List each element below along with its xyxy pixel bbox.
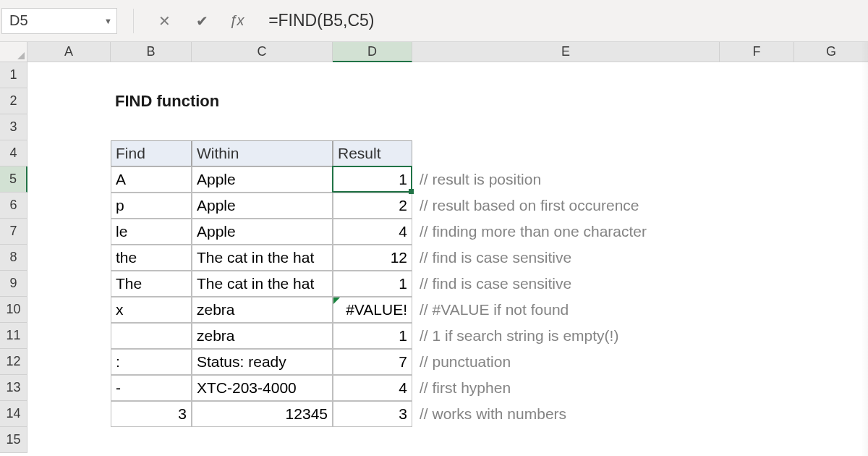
formula-bar: D5 ▼ ✕ ✔ ƒx bbox=[0, 0, 868, 42]
table-row[interactable]: 7 bbox=[333, 349, 412, 375]
table-row[interactable]: 4 bbox=[333, 219, 412, 245]
comment-text: // #VALUE if not found bbox=[415, 297, 723, 323]
cancel-formula-icon[interactable]: ✕ bbox=[154, 11, 174, 31]
column-header-E[interactable]: E bbox=[412, 42, 720, 62]
table-row[interactable]: 4 bbox=[333, 375, 412, 401]
row-header-6[interactable]: 6 bbox=[0, 193, 27, 219]
comment-text: // find is case sensitive bbox=[415, 271, 723, 297]
column-header-C[interactable]: C bbox=[192, 42, 333, 62]
comment-text: // first hyphen bbox=[415, 375, 723, 401]
column-header-A[interactable]: A bbox=[27, 42, 111, 62]
formula-controls: ✕ ✔ ƒx bbox=[130, 9, 244, 33]
row-header-9[interactable]: 9 bbox=[0, 271, 27, 297]
table-row[interactable]: XTC-203-4000 bbox=[192, 375, 333, 401]
name-box[interactable]: D5 ▼ bbox=[1, 8, 117, 34]
table-row[interactable]: The cat in the hat bbox=[192, 271, 333, 297]
table-row[interactable]: 12345 bbox=[192, 401, 333, 427]
table-row[interactable]: 12 bbox=[333, 245, 412, 271]
row-header-5[interactable]: 5 bbox=[0, 166, 27, 193]
comment-text: // finding more than one character bbox=[415, 219, 723, 245]
row-header-7[interactable]: 7 bbox=[0, 219, 27, 245]
column-headers: ABCDEFG bbox=[27, 42, 868, 62]
row-header-2[interactable]: 2 bbox=[0, 88, 27, 114]
table-row[interactable]: The cat in the hat bbox=[192, 245, 333, 271]
table-row[interactable]: : bbox=[111, 349, 192, 375]
chevron-down-icon[interactable]: ▼ bbox=[104, 17, 112, 25]
name-box-value: D5 bbox=[9, 12, 28, 29]
table-row[interactable]: 1 bbox=[333, 271, 412, 297]
row-header-3[interactable]: 3 bbox=[0, 114, 27, 140]
select-all-button[interactable] bbox=[0, 42, 27, 62]
table-row[interactable]: zebra bbox=[192, 323, 333, 349]
table-row[interactable]: p bbox=[111, 193, 192, 219]
column-header-B[interactable]: B bbox=[111, 42, 192, 62]
table-row[interactable]: 1 bbox=[333, 323, 412, 349]
accept-formula-icon[interactable]: ✔ bbox=[192, 11, 212, 31]
table-row[interactable]: Status: ready bbox=[192, 349, 333, 375]
row-header-12[interactable]: 12 bbox=[0, 349, 27, 375]
table-row[interactable]: A bbox=[111, 166, 192, 193]
table-row[interactable]: x bbox=[111, 297, 192, 323]
comment-text: // result is position bbox=[415, 166, 723, 193]
table-row[interactable]: Apple bbox=[192, 219, 333, 245]
table-row[interactable]: The bbox=[111, 271, 192, 297]
worksheet-grid: ABCDEFG 123456789101112131415 FIND funct… bbox=[0, 42, 868, 456]
table-row[interactable]: 2 bbox=[333, 193, 412, 219]
table-row[interactable]: Apple bbox=[192, 193, 333, 219]
comment-text: // punctuation bbox=[415, 349, 723, 375]
row-header-10[interactable]: 10 bbox=[0, 297, 27, 323]
table-row[interactable]: the bbox=[111, 245, 192, 271]
table-row[interactable]: zebra bbox=[192, 297, 333, 323]
column-header-D[interactable]: D bbox=[333, 42, 412, 62]
table-row[interactable]: le bbox=[111, 219, 192, 245]
table-row[interactable]: 1 bbox=[333, 166, 412, 193]
row-header-11[interactable]: 11 bbox=[0, 323, 27, 349]
table-row[interactable]: 3 bbox=[111, 401, 192, 427]
fx-icon[interactable]: ƒx bbox=[229, 12, 244, 29]
table-row[interactable]: Apple bbox=[192, 166, 333, 193]
table-header-within[interactable]: Within bbox=[192, 140, 333, 166]
comment-text: // result based on first occurence bbox=[415, 193, 723, 219]
table-row[interactable]: - bbox=[111, 375, 192, 401]
table-header-find[interactable]: Find bbox=[111, 140, 192, 166]
formula-input[interactable] bbox=[264, 8, 864, 34]
divider bbox=[133, 9, 134, 33]
table-row[interactable] bbox=[111, 323, 192, 349]
row-header-14[interactable]: 14 bbox=[0, 401, 27, 427]
table-row[interactable]: #VALUE! bbox=[333, 297, 412, 323]
comment-text: // 1 if search string is empty(!) bbox=[415, 323, 723, 349]
row-header-13[interactable]: 13 bbox=[0, 375, 27, 401]
comment-text: // works with numbers bbox=[415, 401, 723, 427]
row-headers: 123456789101112131415 bbox=[0, 62, 27, 453]
table-header-result[interactable]: Result bbox=[333, 140, 412, 166]
table-row[interactable]: 3 bbox=[333, 401, 412, 427]
column-header-F[interactable]: F bbox=[720, 42, 794, 62]
column-header-G[interactable]: G bbox=[794, 42, 868, 62]
page-title: FIND function bbox=[111, 88, 400, 114]
row-header-1[interactable]: 1 bbox=[0, 62, 27, 88]
row-header-15[interactable]: 15 bbox=[0, 427, 27, 453]
right-edge bbox=[861, 42, 868, 456]
row-header-4[interactable]: 4 bbox=[0, 140, 27, 166]
row-header-8[interactable]: 8 bbox=[0, 245, 27, 271]
comment-text: // find is case sensitive bbox=[415, 245, 723, 271]
